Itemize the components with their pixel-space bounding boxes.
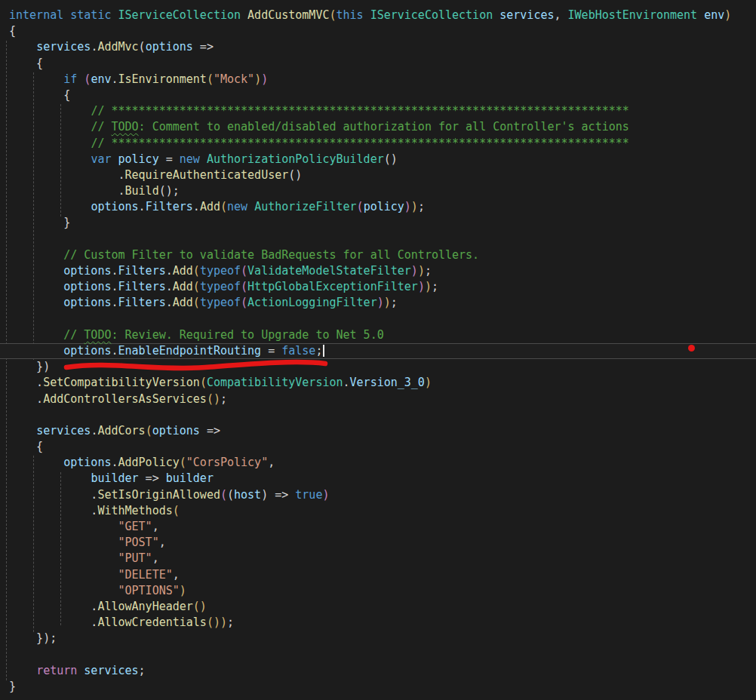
code-token: env <box>704 8 724 22</box>
code-line[interactable]: { <box>0 23 756 39</box>
code-token: options <box>63 456 111 469</box>
code-token <box>9 137 91 150</box>
code-line[interactable]: } <box>0 679 756 695</box>
code-token: . <box>139 200 146 213</box>
code-line[interactable]: builder => builder <box>0 471 756 487</box>
code-token <box>9 664 36 677</box>
code-token: services <box>499 8 554 22</box>
code-line[interactable]: .WithMethods( <box>0 503 756 519</box>
code-token <box>9 248 63 262</box>
code-token: AuthorizationPolicyBuilder <box>207 152 384 166</box>
code-line[interactable] <box>0 312 756 327</box>
code-token: options <box>91 200 138 213</box>
code-line[interactable]: { <box>0 56 756 72</box>
code-token <box>9 296 63 309</box>
code-line[interactable]: // *************************************… <box>0 103 756 119</box>
code-token: "POST" <box>118 536 159 549</box>
code-token: ()) <box>207 616 227 629</box>
code-token: } <box>9 216 70 229</box>
code-token: false <box>281 344 315 358</box>
code-line[interactable]: .SetCompatibilityVersion(CompatibilityVe… <box>0 375 756 391</box>
code-token <box>9 200 91 213</box>
code-token: // <box>91 120 111 134</box>
code-token: () <box>288 168 302 182</box>
code-line[interactable]: "DELETE", <box>0 567 756 583</box>
code-line[interactable]: if (env.IsEnvironment("Mock")) <box>0 72 756 88</box>
code-line[interactable]: "OPTIONS") <box>0 583 756 599</box>
code-line[interactable]: .AllowAnyHeader() <box>0 599 756 615</box>
code-token <box>9 456 63 469</box>
code-token: : Review. Required to Upgrade to Net 5.0 <box>111 328 383 342</box>
code-line[interactable]: { <box>0 88 756 103</box>
code-line[interactable]: .AllowCredentials()); <box>0 615 756 631</box>
code-line[interactable]: options.Filters.Add(typeof(ActionLogging… <box>0 295 756 311</box>
code-token <box>9 72 63 86</box>
code-line[interactable]: } <box>0 215 756 231</box>
code-token: AddMvc <box>97 40 138 54</box>
code-token: , <box>159 536 166 549</box>
code-line[interactable]: options.Filters.Add(typeof(ValidateModel… <box>0 263 756 279</box>
code-token: host <box>234 488 261 502</box>
code-line[interactable]: // TODO: Comment to enabled/disabled aut… <box>0 119 756 135</box>
code-token: . <box>166 280 173 293</box>
code-token: internal static <box>9 8 118 22</box>
code-token: ( <box>220 200 227 213</box>
code-token: ; <box>418 200 425 213</box>
red-dot-annotation <box>688 345 695 352</box>
code-token <box>9 424 36 438</box>
code-line[interactable]: .SetIsOriginAllowed((host) => true) <box>0 487 756 503</box>
code-token: ( <box>220 488 227 502</box>
code-line[interactable]: .Build(); <box>0 183 756 199</box>
code-line[interactable]: options.EnableEndpointRouting = false; <box>0 343 756 359</box>
code-token: options <box>63 264 111 278</box>
code-line[interactable]: "PUT", <box>0 551 756 566</box>
code-token: Filters <box>146 200 193 213</box>
code-line[interactable]: "POST", <box>0 535 756 551</box>
code-line[interactable] <box>0 647 756 663</box>
code-line[interactable]: options.Filters.Add(typeof(HttpGlobalExc… <box>0 279 756 295</box>
code-token: }); <box>9 631 57 645</box>
code-token: ) <box>322 488 329 502</box>
code-token: ) <box>180 584 186 597</box>
code-line[interactable]: options.Filters.Add(new AuthorizeFilter(… <box>0 199 756 215</box>
code-token: typeof <box>200 280 241 293</box>
code-token: ( <box>193 264 200 278</box>
code-token: }) <box>9 360 50 373</box>
code-token: new <box>227 200 254 213</box>
code-token <box>9 344 63 358</box>
code-line[interactable]: .RequireAuthenticatedUser() <box>0 167 756 183</box>
code-token: ) <box>254 72 261 86</box>
code-line[interactable]: "GET", <box>0 519 756 535</box>
code-line[interactable]: services.AddCors(options => <box>0 423 756 439</box>
code-token: . <box>9 184 125 198</box>
code-token: Filters <box>118 296 166 309</box>
code-line[interactable]: internal static IServiceCollection AddCu… <box>0 8 756 23</box>
code-token: CompatibilityVersion <box>207 376 343 389</box>
code-line[interactable]: }) <box>0 359 756 375</box>
code-token: () <box>207 392 220 406</box>
code-token <box>9 328 63 342</box>
code-line[interactable]: var policy = new AuthorizationPolicyBuil… <box>0 152 756 167</box>
code-token: true <box>295 488 322 502</box>
code-line[interactable]: // *************************************… <box>0 136 756 152</box>
code-line[interactable]: .AddControllersAsServices(); <box>0 391 756 407</box>
code-line[interactable]: options.AddPolicy("CorsPolicy", <box>0 455 756 471</box>
code-line[interactable]: // Custom Filter to validate BadRequests… <box>0 247 756 263</box>
code-line[interactable] <box>0 232 756 247</box>
code-token: ( <box>139 40 146 54</box>
code-line[interactable]: // TODO: Review. Required to Upgrade to … <box>0 327 756 343</box>
code-token: = <box>261 344 281 358</box>
code-token: . <box>166 296 173 309</box>
code-line[interactable] <box>0 407 756 423</box>
code-token: ) <box>418 280 425 293</box>
code-token <box>9 520 118 533</box>
code-token: (); <box>159 184 180 198</box>
code-token: Add <box>173 296 193 309</box>
code-line[interactable]: return services; <box>0 663 756 679</box>
code-content[interactable]: internal static IServiceCollection AddCu… <box>0 0 756 695</box>
code-line[interactable]: }); <box>0 631 756 646</box>
code-line[interactable]: { <box>0 439 756 455</box>
code-line[interactable]: services.AddMvc(options => <box>0 39 756 55</box>
code-token: . <box>9 168 125 182</box>
code-editor[interactable]: internal static IServiceCollection AddCu… <box>0 0 756 700</box>
